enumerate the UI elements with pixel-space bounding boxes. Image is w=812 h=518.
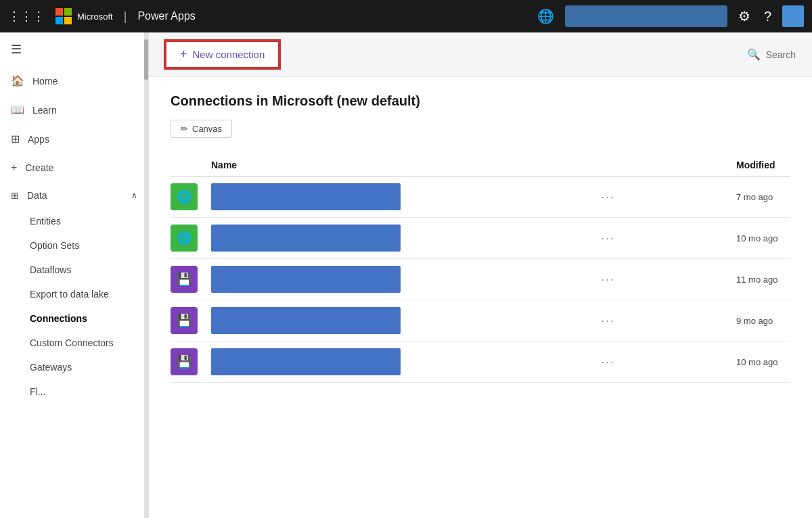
new-connection-button[interactable]: + New connection — [165, 41, 279, 68]
row3-name-block — [211, 266, 401, 293]
sidebar-sub-label-custom-connectors: Custom Connectors — [30, 337, 114, 348]
sidebar-item-entities[interactable]: Entities — [0, 209, 148, 233]
row5-actions[interactable]: ··· — [601, 355, 736, 369]
row3-conn-icon: 💾 — [171, 266, 198, 293]
microsoft-logo: Microsoft — [55, 8, 113, 24]
row3-actions[interactable]: ··· — [601, 273, 736, 287]
sidebar-item-create[interactable]: + Create — [0, 154, 148, 182]
sidebar-hamburger[interactable]: ☰ — [0, 32, 148, 66]
row4-name-block — [211, 307, 401, 334]
table-row: 🌐 ··· 7 mo ago — [171, 176, 790, 218]
table-col-actions-header — [601, 160, 736, 170]
row2-icon-cell: 🌐 — [171, 225, 211, 252]
table-row: 🌐 ··· 10 mo ago — [171, 218, 790, 259]
row4-name-cell — [211, 307, 601, 334]
sidebar-sub-label-connections: Connections — [30, 313, 87, 324]
ms-sq-red — [55, 8, 63, 16]
sidebar-section-data-left: ⊞ Data — [11, 190, 47, 201]
sidebar-item-connections[interactable]: Connections — [0, 306, 148, 331]
canvas-filter-button[interactable]: ✏ Canvas — [171, 120, 232, 138]
topbar-search-bar[interactable] — [565, 5, 727, 27]
main-layout: ☰ 🏠 Home 📖 Learn ⊞ Apps + Create ⊞ Data … — [0, 32, 812, 518]
sidebar-item-custom-connectors[interactable]: Custom Connectors — [0, 331, 148, 355]
row2-actions[interactable]: ··· — [601, 231, 736, 245]
settings-icon[interactable]: ⚙ — [736, 5, 753, 27]
microsoft-label: Microsoft — [77, 11, 113, 22]
row5-icon-cell: 💾 — [171, 348, 211, 375]
row1-name-block — [211, 183, 401, 210]
data-icon: ⊞ — [11, 190, 19, 201]
row1-name-cell — [211, 183, 601, 210]
row2-modified: 10 mo ago — [736, 233, 790, 243]
sidebar-sub-label-entities: Entities — [30, 216, 61, 227]
row3-icon-cell: 💾 — [171, 266, 211, 293]
sidebar-sub-label-gateways: Gateways — [30, 362, 72, 373]
content-area: + New connection 🔍 Search Connections in… — [149, 32, 812, 518]
topbar-divider: | — [124, 9, 127, 24]
row5-modified: 10 mo ago — [736, 357, 790, 367]
table-col-name-header: Name — [211, 160, 601, 170]
toolbar: + New connection 🔍 Search — [149, 32, 812, 77]
search-label: Search — [766, 49, 796, 60]
user-avatar[interactable] — [782, 5, 804, 27]
sidebar-item-learn[interactable]: 📖 Learn — [0, 95, 148, 124]
topbar: ⋮⋮⋮ Microsoft | Power Apps 🌐 ⚙ ? — [0, 0, 812, 32]
sidebar-section-data[interactable]: ⊞ Data ∧ — [0, 182, 148, 209]
plus-icon: + — [180, 47, 187, 62]
data-chevron-icon: ∧ — [131, 191, 137, 200]
sidebar-item-label-home: Home — [32, 76, 58, 87]
canvas-filter-label: Canvas — [192, 124, 222, 134]
table-col-modified-header: Modified — [736, 160, 790, 170]
row3-name-cell — [211, 266, 601, 293]
create-icon: + — [11, 162, 17, 174]
sidebar-sub-label-flows: Fl... — [30, 386, 45, 397]
table-row: 💾 ··· 11 mo ago — [171, 259, 790, 300]
row4-icon-cell: 💾 — [171, 307, 211, 334]
table-col-icon-header — [171, 160, 211, 170]
sidebar-item-label-apps: Apps — [28, 134, 49, 145]
table-header: Name Modified — [171, 154, 790, 176]
search-icon: 🔍 — [747, 48, 761, 61]
sidebar-item-apps[interactable]: ⊞ Apps — [0, 124, 148, 154]
row2-name-block — [211, 225, 401, 252]
sidebar-sub-label-export: Export to data lake — [30, 289, 109, 300]
sidebar-sub-label-dataflows: Dataflows — [30, 264, 71, 275]
sidebar-item-gateways[interactable]: Gateways — [0, 355, 148, 379]
ms-sq-green — [64, 8, 72, 16]
table-row: 💾 ··· 10 mo ago — [171, 342, 790, 383]
row1-icon-cell: 🌐 — [171, 183, 211, 210]
connections-table: Name Modified 🌐 ··· 7 mo ago — [171, 154, 790, 383]
new-connection-label: New connection — [193, 49, 265, 60]
sidebar-scrollbar[interactable] — [144, 32, 148, 518]
row3-modified: 11 mo ago — [736, 275, 790, 285]
row2-name-cell — [211, 225, 601, 252]
learn-icon: 📖 — [11, 103, 24, 116]
row1-actions[interactable]: ··· — [601, 190, 736, 204]
pen-icon: ✏ — [181, 124, 188, 134]
ms-sq-blue — [55, 17, 63, 24]
ms-logo-squares — [55, 8, 72, 24]
sidebar-item-label-create: Create — [25, 162, 53, 173]
waffle-icon[interactable]: ⋮⋮⋮ — [8, 9, 45, 24]
table-row: 💾 ··· 9 mo ago — [171, 300, 790, 342]
ms-sq-yellow — [64, 17, 72, 24]
home-icon: 🏠 — [11, 74, 24, 87]
globe-icon[interactable]: 🌐 — [535, 5, 557, 27]
row1-modified: 7 mo ago — [736, 192, 790, 202]
row5-name-block — [211, 348, 401, 375]
sidebar-item-option-sets[interactable]: Option Sets — [0, 233, 148, 258]
sidebar-item-flows[interactable]: Fl... — [0, 379, 148, 404]
sidebar-item-home[interactable]: 🏠 Home — [0, 66, 148, 95]
row4-actions[interactable]: ··· — [601, 314, 736, 328]
sidebar-item-export-data-lake[interactable]: Export to data lake — [0, 282, 148, 306]
sidebar: ☰ 🏠 Home 📖 Learn ⊞ Apps + Create ⊞ Data … — [0, 32, 149, 518]
search-area[interactable]: 🔍 Search — [747, 48, 796, 61]
row5-conn-icon: 💾 — [171, 348, 198, 375]
sidebar-scrollthumb — [144, 39, 148, 80]
sidebar-sub-label-option-sets: Option Sets — [30, 240, 79, 251]
sidebar-item-dataflows[interactable]: Dataflows — [0, 258, 148, 282]
page-title: Connections in Microsoft (new default) — [171, 93, 790, 109]
sidebar-item-label-learn: Learn — [32, 105, 57, 116]
apps-icon: ⊞ — [11, 133, 20, 145]
help-icon[interactable]: ? — [761, 6, 774, 27]
